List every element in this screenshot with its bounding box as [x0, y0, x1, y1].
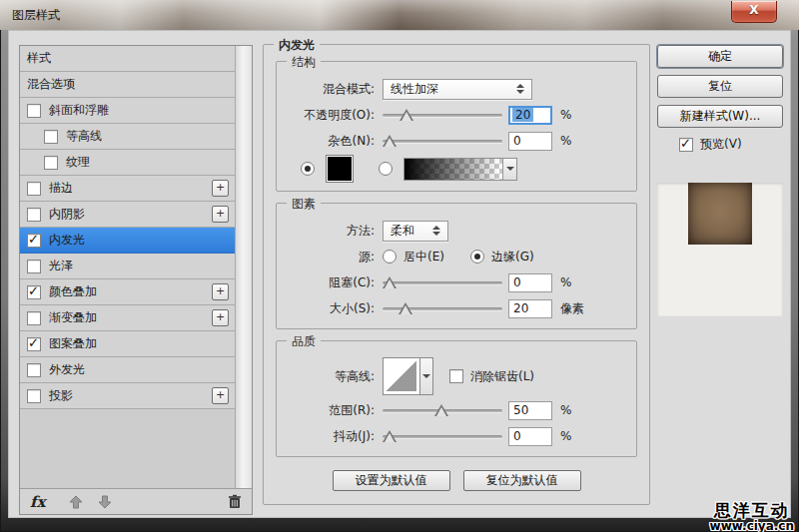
glow-fill-row [287, 154, 626, 184]
add-effect-instance-button[interactable]: + [212, 206, 229, 223]
effect-checkbox[interactable] [27, 363, 41, 377]
list-item-label: 投影 [49, 387, 73, 404]
noise-input[interactable]: 0 [508, 132, 552, 151]
add-effect-instance-button[interactable]: + [212, 309, 229, 326]
range-slider[interactable] [383, 402, 502, 418]
effect-checkbox[interactable] [27, 234, 41, 248]
list-item[interactable]: 外发光 [20, 357, 236, 383]
range-input[interactable]: 50 [508, 401, 552, 420]
jitter-slider[interactable] [383, 428, 502, 444]
opacity-slider[interactable] [383, 107, 502, 123]
add-effect-instance-button[interactable]: + [212, 283, 229, 300]
dialog-body: 样式混合选项斜面和浮雕等高线纹理描边+内阴影+内发光光泽颜色叠加+渐变叠加+图案… [8, 30, 791, 518]
inner-glow-panel: 内发光 结构 混合模式: 线性加深 不透明度(O): [263, 44, 650, 505]
choke-slider[interactable] [383, 274, 502, 290]
technique-select[interactable]: 柔和 [383, 221, 448, 242]
effect-checkbox[interactable] [44, 156, 58, 170]
solid-color-radio[interactable] [301, 162, 315, 176]
range-label: 范围(R): [287, 402, 375, 419]
preview-swatch [688, 183, 752, 245]
list-item[interactable]: 颜色叠加+ [20, 279, 236, 305]
list-item[interactable]: 混合选项 [20, 72, 236, 98]
close-button[interactable]: X [731, 1, 777, 23]
list-item[interactable]: 等高线 [20, 124, 236, 150]
range-row: 范围(R): 50 % [287, 397, 626, 423]
effect-checkbox[interactable] [27, 389, 41, 403]
jitter-unit: % [560, 429, 571, 443]
new-style-button[interactable]: 新建样式(W)... [657, 105, 783, 128]
effect-checkbox[interactable] [27, 182, 41, 196]
source-edge-radio[interactable] [470, 250, 484, 264]
contour-thumbnail[interactable] [383, 357, 420, 395]
contour-dropdown-button[interactable] [420, 357, 433, 395]
blend-mode-row: 混合模式: 线性加深 [287, 76, 626, 102]
slider-thumb[interactable] [383, 135, 397, 147]
defaults-row: 设置为默认值 复位为默认值 [276, 470, 637, 491]
antialias-control[interactable]: 消除锯齿(L) [449, 368, 534, 385]
effect-checkbox[interactable] [44, 130, 58, 144]
slider-thumb[interactable] [434, 404, 448, 416]
effect-checkbox[interactable] [27, 337, 41, 351]
title-bar[interactable]: 图层样式 [0, 0, 799, 30]
slider-thumb[interactable] [399, 302, 412, 314]
noise-row: 杂色(N): 0 % [287, 128, 626, 154]
preview-checkbox[interactable] [679, 138, 693, 152]
list-item[interactable]: 内发光 [20, 228, 236, 254]
list-item[interactable]: 内阴影+ [20, 202, 236, 228]
opacity-input[interactable]: 20 [508, 106, 552, 125]
list-item[interactable]: 描边+ [20, 176, 236, 202]
ok-button[interactable]: 确定 [657, 45, 783, 68]
opacity-row: 不透明度(O): 20 % [287, 102, 626, 128]
watermark-name: 思洋互动 [710, 502, 794, 519]
effect-checkbox[interactable] [27, 208, 41, 222]
size-input[interactable]: 20 [508, 299, 552, 318]
add-effect-instance-button[interactable]: + [212, 387, 229, 404]
list-item[interactable]: 图案叠加 [20, 331, 236, 357]
move-up-icon[interactable] [69, 495, 83, 509]
technique-value: 柔和 [391, 223, 414, 240]
list-item[interactable]: 光泽 [20, 254, 236, 279]
reset-default-button[interactable]: 复位为默认值 [463, 470, 581, 491]
list-item[interactable]: 渐变叠加+ [20, 305, 236, 331]
size-unit: 像素 [560, 300, 584, 317]
antialias-checkbox[interactable] [449, 369, 463, 383]
list-scrollbar[interactable] [235, 46, 252, 488]
technique-label: 方法: [287, 223, 375, 240]
add-effect-instance-button[interactable]: + [212, 180, 229, 197]
reset-button[interactable]: 复位 [657, 75, 783, 98]
structure-section: 结构 混合模式: 线性加深 不透明度(O): [276, 61, 637, 192]
effect-checkbox[interactable] [27, 260, 41, 273]
slider-thumb[interactable] [400, 109, 413, 121]
effect-checkbox[interactable] [27, 104, 41, 118]
list-item-label: 图案叠加 [49, 335, 97, 352]
list-footer: fx [20, 488, 252, 514]
list-item[interactable]: 斜面和浮雕 [20, 98, 236, 124]
jitter-input[interactable]: 0 [508, 427, 552, 446]
glow-color-swatch[interactable] [326, 155, 354, 183]
effect-checkbox[interactable] [27, 311, 41, 325]
size-slider[interactable] [383, 300, 502, 316]
choke-unit: % [560, 275, 571, 289]
technique-row: 方法: 柔和 [287, 218, 626, 244]
list-item[interactable]: 投影+ [20, 383, 236, 409]
blend-mode-select[interactable]: 线性加深 [383, 79, 532, 100]
move-down-icon[interactable] [98, 495, 112, 509]
action-column: 确定 复位 新建样式(W)... 预览(V) [657, 45, 783, 316]
slider-thumb[interactable] [383, 430, 397, 442]
gradient-picker[interactable] [403, 158, 517, 181]
source-center-radio[interactable] [383, 250, 397, 264]
source-label: 源: [287, 249, 375, 266]
preview-control[interactable]: 预览(V) [679, 136, 783, 153]
gradient-radio[interactable] [379, 162, 393, 176]
noise-slider[interactable] [383, 133, 502, 149]
structure-title: 结构 [287, 54, 321, 71]
slider-thumb[interactable] [383, 276, 397, 288]
choke-input[interactable]: 0 [508, 273, 552, 292]
make-default-button[interactable]: 设置为默认值 [333, 470, 450, 491]
fx-menu-button[interactable]: fx [30, 493, 54, 511]
gradient-dropdown-button[interactable] [502, 159, 516, 180]
list-item[interactable]: 纹理 [20, 150, 236, 176]
effect-checkbox[interactable] [27, 285, 41, 299]
list-item[interactable]: 样式 [20, 46, 236, 72]
delete-effect-trash-icon[interactable] [228, 494, 242, 509]
